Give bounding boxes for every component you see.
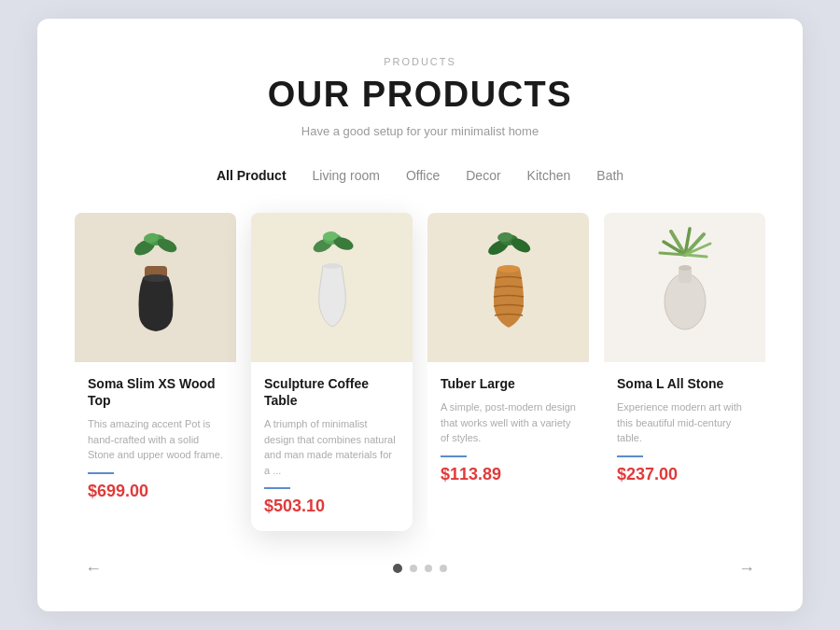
pagination-dots — [393, 564, 447, 573]
price-divider-2 — [264, 487, 290, 489]
product-card-1: Soma Slim XS Wood Top This amazing accen… — [75, 213, 236, 531]
price-divider-1 — [88, 472, 114, 474]
product-info-2: Sculpture Coffee Table A triumph of mini… — [251, 375, 413, 516]
svg-line-22 — [685, 255, 707, 257]
product-info-4: Soma L All Stone Experience modern art w… — [604, 375, 765, 484]
products-section: Products OUR PRODUCTS Have a good setup … — [37, 19, 803, 611]
next-button[interactable]: → — [732, 553, 762, 583]
product-price-3: $113.89 — [441, 465, 576, 484]
dot-3 — [425, 565, 432, 572]
tab-bath[interactable]: Bath — [596, 164, 623, 187]
product-card-3: Tuber Large A simple, post-modern design… — [427, 213, 589, 531]
product-name-3: Tuber Large — [441, 375, 576, 392]
vase-white-icon — [295, 227, 370, 348]
product-price-4: $237.00 — [617, 465, 752, 484]
product-desc-3: A simple, post-modern design that works … — [441, 399, 576, 446]
section-label: Products — [75, 56, 765, 67]
product-desc-4: Experience modern art with this beautifu… — [617, 399, 752, 446]
vase-dark-icon — [119, 227, 193, 348]
product-desc-1: This amazing accent Pot is hand-crafted … — [88, 416, 223, 463]
tab-office[interactable]: Office — [406, 164, 440, 187]
section-title: OUR PRODUCTS — [75, 75, 765, 115]
svg-point-15 — [497, 265, 520, 273]
dot-1 — [393, 564, 402, 573]
product-info-1: Soma Slim XS Wood Top This amazing accen… — [75, 375, 236, 501]
svg-point-5 — [143, 274, 169, 282]
dot-2 — [410, 565, 417, 572]
product-name-1: Soma Slim XS Wood Top — [88, 375, 223, 409]
product-price-1: $699.00 — [88, 482, 223, 501]
product-card-4: Soma L All Stone Experience modern art w… — [604, 213, 765, 531]
price-divider-4 — [617, 455, 643, 457]
product-name-2: Sculpture Coffee Table — [264, 375, 399, 409]
product-name-4: Soma L All Stone — [617, 375, 752, 392]
tab-decor[interactable]: Decor — [466, 164, 500, 187]
tab-all-product[interactable]: All Product — [217, 164, 287, 187]
product-desc-2: A triumph of minimalist design that comb… — [264, 416, 399, 478]
svg-line-21 — [660, 253, 685, 255]
vase-stone-icon — [643, 227, 727, 348]
filter-tabs: All Product Living room Office Decor Kit… — [75, 164, 765, 187]
price-divider-3 — [441, 455, 467, 457]
product-image-3 — [427, 213, 589, 362]
tab-kitchen[interactable]: Kitchen — [527, 164, 571, 187]
product-card-2: Sculpture Coffee Table A triumph of mini… — [251, 213, 413, 531]
prev-button[interactable]: ← — [78, 553, 108, 583]
svg-point-26 — [679, 265, 692, 271]
product-image-1 — [75, 213, 236, 362]
svg-point-10 — [323, 263, 342, 269]
tab-living-room[interactable]: Living room — [313, 164, 380, 187]
product-image-2 — [251, 213, 413, 362]
product-image-4 — [604, 213, 765, 362]
products-grid: Soma Slim XS Wood Top This amazing accen… — [75, 213, 765, 531]
dot-4 — [440, 565, 447, 572]
product-info-3: Tuber Large A simple, post-modern design… — [427, 375, 589, 484]
navigation-row: ← → — [75, 553, 765, 583]
product-price-2: $503.10 — [264, 497, 399, 516]
vase-wood-icon — [471, 227, 546, 348]
section-subtitle: Have a good setup for your minimalist ho… — [75, 124, 765, 138]
